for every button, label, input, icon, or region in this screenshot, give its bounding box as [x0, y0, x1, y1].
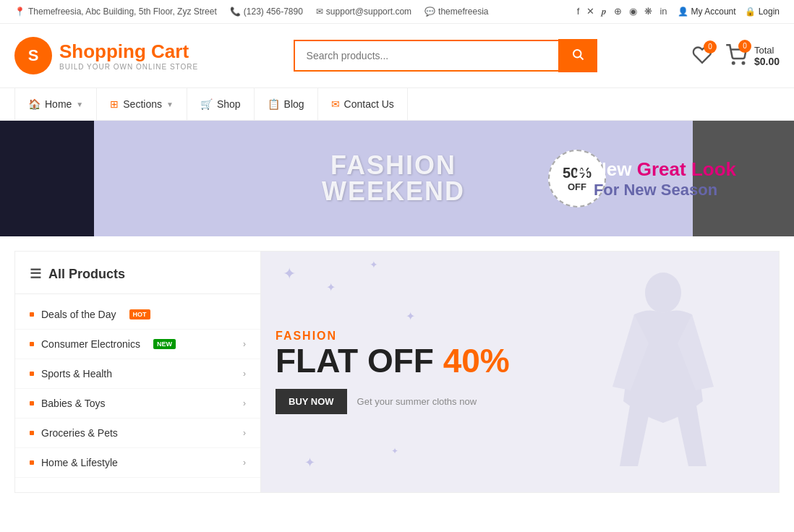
logo-title: Shopping Cart: [59, 40, 198, 63]
sidebar-label-deals: Deals of the Day: [41, 309, 116, 320]
home-icon: 🏠: [28, 98, 40, 110]
top-bar-left: 📍 Themefreesia, Abc Building, 5th Floor,…: [14, 7, 488, 17]
sidebar-item-left-groceries: Groceries & Pets: [30, 427, 118, 439]
star-deco-4: ✦: [304, 455, 315, 471]
nav-link-shop[interactable]: 🛒 Shop: [187, 88, 255, 120]
nav-link-contact[interactable]: ✉ Contact Us: [318, 88, 408, 120]
banner-pct-text: 40%: [443, 342, 510, 379]
svg-point-0: [573, 50, 581, 58]
hamburger-icon: ☰: [30, 266, 41, 282]
hero-great-text: Great Look: [637, 158, 736, 180]
sidebar-title: All Products: [48, 267, 125, 282]
sidebar-item-electronics[interactable]: Consumer Electronics NEW ›: [15, 330, 260, 359]
sidebar-label-electronics: Consumer Electronics: [41, 338, 140, 350]
account-icon: 👤: [678, 7, 688, 17]
svg-point-2: [733, 62, 735, 64]
grid-icon: ⊞: [110, 98, 119, 110]
sidebar-item-left-babies: Babies & Toys: [30, 398, 105, 409]
hero-line2: WEEKEND: [322, 179, 465, 205]
logo[interactable]: S Shopping Cart BUILD YOUR OWN ONLINE ST…: [14, 37, 198, 74]
cart-icon-wrap: 0: [725, 44, 747, 68]
main-nav: 🏠 Home ▼ ⊞ Sections ▼ 🛒 Shop 📋 Blog: [0, 87, 794, 121]
login-link[interactable]: 🔒 Login: [745, 7, 780, 17]
pinterest-icon[interactable]: 𝒑: [602, 6, 607, 17]
nav-item-blog: 📋 Blog: [255, 88, 318, 120]
svg-point-4: [645, 273, 681, 313]
banner-figure: [547, 252, 779, 492]
facebook-icon[interactable]: f: [577, 6, 580, 17]
banner-cta-row: BUY NOW Get your summer cloths now: [276, 389, 510, 414]
wishlist-button[interactable]: 0: [692, 45, 712, 67]
sidebar-item-deals[interactable]: Deals of the Day HOT: [15, 300, 260, 330]
nav-item-contact: ✉ Contact Us: [318, 88, 408, 120]
shop-icon: 🛒: [200, 98, 213, 110]
sidebar-item-home-lifestyle[interactable]: Home & Lifestyle ›: [15, 448, 260, 478]
dribbble-icon[interactable]: ⊕: [614, 6, 622, 17]
email-icon: ✉: [316, 7, 323, 17]
cart-total-label: Total: [754, 45, 774, 56]
nav-link-sections[interactable]: ⊞ Sections ▼: [97, 88, 187, 120]
search-button[interactable]: [558, 39, 597, 72]
instagram-icon[interactable]: ◉: [629, 6, 637, 17]
chevron-right-icon-groceries: ›: [243, 428, 246, 438]
search-icon: [571, 48, 584, 61]
sidebar-item-left-home: Home & Lifestyle: [30, 457, 118, 468]
sidebar-item-sports[interactable]: Sports & Health ›: [15, 359, 260, 389]
logo-icon: S: [14, 37, 52, 74]
main-content: ☰ All Products Deals of the Day HOT Cons…: [14, 251, 780, 493]
badge-new: NEW: [153, 339, 176, 349]
nav-link-blog[interactable]: 📋 Blog: [255, 88, 318, 120]
sidebar-item-left-sports: Sports & Health: [30, 368, 112, 379]
badge-hot: HOT: [129, 309, 150, 319]
contact-icon: ✉: [331, 98, 340, 110]
account-links: 👤 My Account 🔒 Login: [678, 7, 780, 17]
skype-info: 💬 themefreesia: [424, 7, 488, 17]
address-info: 📍 Themefreesia, Abc Building, 5th Floor,…: [14, 7, 217, 17]
hero-banner: FASHION WEEKEND 50% OFF A New Great Look…: [0, 121, 794, 236]
sidebar-label-groceries: Groceries & Pets: [41, 427, 118, 439]
sidebar-label-sports: Sports & Health: [41, 368, 112, 379]
fashion-figure-svg: [591, 271, 735, 473]
search-input[interactable]: [294, 40, 558, 72]
nav-item-sections: ⊞ Sections ▼: [97, 88, 187, 120]
nav-link-home[interactable]: 🏠 Home ▼: [14, 88, 97, 120]
sidebar-item-babies[interactable]: Babies & Toys ›: [15, 389, 260, 419]
svg-point-3: [743, 62, 745, 64]
header: S Shopping Cart BUILD YOUR OWN ONLINE ST…: [0, 24, 794, 87]
location-icon: 📍: [14, 7, 25, 17]
hero-left-figure: [0, 121, 94, 236]
cart-total: Total $0.00: [754, 45, 780, 67]
phone-info: 📞 (123) 456-7890: [230, 7, 303, 17]
nav-list: 🏠 Home ▼ ⊞ Sections ▼ 🛒 Shop 📋 Blog: [14, 88, 780, 120]
linkedin-icon[interactable]: in: [659, 6, 667, 17]
chevron-down-icon: ▼: [76, 100, 83, 108]
chevron-down-icon-sections: ▼: [166, 100, 174, 108]
email-info: ✉ support@support.com: [316, 7, 411, 17]
cart-total-value: $0.00: [754, 56, 780, 67]
sidebar-bullet-3: [30, 372, 34, 376]
buy-now-button[interactable]: BUY NOW: [276, 389, 347, 414]
hero-new-text: A New: [575, 158, 632, 180]
star-deco-1: ✦: [283, 265, 296, 283]
star-deco-3: ✦: [370, 259, 378, 270]
blog-icon: 📋: [268, 98, 280, 110]
hero-season-text: For New Season: [575, 181, 736, 200]
star-deco-2: ✦: [326, 280, 336, 294]
logo-text: Shopping Cart BUILD YOUR OWN ONLINE STOR…: [59, 40, 198, 71]
sidebar-bullet: [30, 312, 34, 317]
twitter-icon[interactable]: ✕: [586, 6, 594, 17]
promo-banner: ✦ ✦ ✦ ✦ ✦ ✦ FASHION FLAT OFF 40% BUY NOW…: [261, 252, 779, 492]
skype-icon: 💬: [424, 7, 435, 17]
star-deco-5: ✦: [391, 446, 398, 456]
nav-item-shop: 🛒 Shop: [187, 88, 255, 120]
hero-line1: FASHION: [330, 153, 456, 179]
lock-icon: 🔒: [745, 7, 756, 17]
sidebar-item-groceries[interactable]: Groceries & Pets ›: [15, 419, 260, 448]
chevron-right-icon-babies: ›: [243, 398, 246, 408]
hero-tagline: A New Great Look For New Season: [575, 158, 736, 200]
nav-item-home: 🏠 Home ▼: [14, 88, 97, 120]
flickr-icon[interactable]: ❋: [644, 6, 652, 17]
cart-button[interactable]: 0 Total $0.00: [725, 44, 780, 68]
sidebar: ☰ All Products Deals of the Day HOT Cons…: [15, 252, 261, 492]
my-account-link[interactable]: 👤 My Account: [678, 7, 736, 17]
